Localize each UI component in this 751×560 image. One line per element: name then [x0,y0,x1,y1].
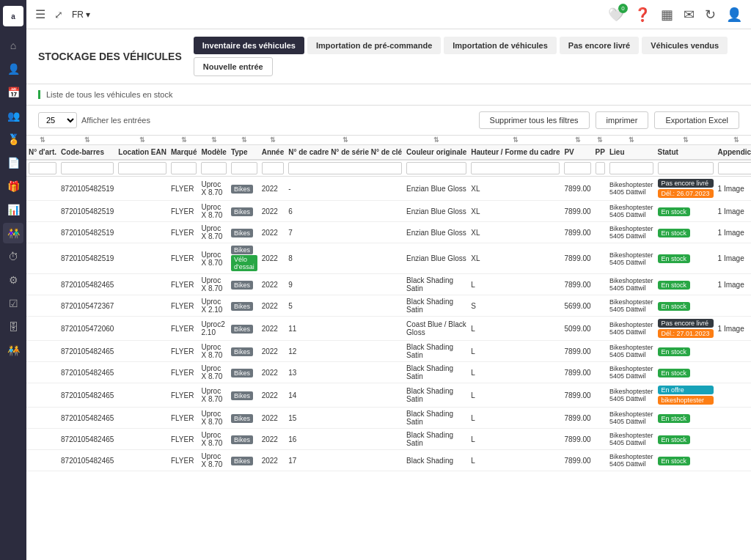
sort-marque[interactable]: ⇅ [169,136,199,145]
sidebar-item-database[interactable]: 🗄 [3,317,23,337]
col-lieu: Lieu [607,145,656,161]
sidebar-item-clock[interactable]: ⏱ [3,246,23,267]
filter-location[interactable] [118,162,166,174]
cell-appendice [716,408,751,429]
sidebar-item-users[interactable]: 👤 [3,59,23,79]
table-controls: 25 50 100 Afficher les entrées Supprimer… [26,106,751,136]
filter-art[interactable] [29,162,56,174]
refresh-icon[interactable]: ↻ [705,7,716,23]
filter-type[interactable] [231,162,257,174]
sidebar-item-groups[interactable]: 👫 [3,223,23,243]
cell-pp [593,362,607,383]
filter-marque[interactable] [171,162,197,174]
tab-inventaire[interactable]: Inventaire des véhicules [194,37,304,54]
print-button[interactable]: imprimer [596,111,649,129]
cell-pv: 5699.00 [562,295,593,317]
filter-appendice[interactable] [718,162,751,174]
sort-annee[interactable]: ⇅ [260,136,287,145]
cell-statut: En stock [656,450,716,471]
sort-modele[interactable]: ⇅ [199,136,228,145]
cell-pv: 7899.00 [562,201,593,222]
cell-couleur: Black Shading Satin [404,295,469,317]
sidebar-item-stats[interactable]: 📊 [3,199,23,220]
tab-pas-encore[interactable]: Pas encore livré [560,37,639,54]
cell-couleur: Enzian Blue Gloss [404,243,469,274]
col-art: N° d'art. [26,145,59,161]
filter-modele[interactable] [201,162,226,174]
cell-pp [593,383,607,408]
tab-vendus[interactable]: Véhicules vendus [642,37,728,54]
delete-filters-button[interactable]: Supprimer tous les filtres [479,111,590,129]
filter-barcode[interactable] [61,162,114,174]
status-date: Dél.: 27.01.2023 [658,329,714,338]
cell-pp [593,295,607,317]
cell-type: Bikes [229,383,260,408]
filter-annee[interactable] [262,162,285,174]
cell-modele: Uproc X 8.70 [199,177,228,201]
sidebar-item-awards[interactable]: 🏅 [3,129,23,150]
help-icon[interactable]: ❓ [634,7,651,23]
table-row: 8720105482465 FLYER Uproc X 8.70 Bikes 2… [26,383,751,408]
sort-serie[interactable]: ⇅ [286,136,404,145]
sort-statut[interactable]: ⇅ [656,136,716,145]
expand-icon[interactable]: ⤢ [54,9,63,21]
entries-select[interactable]: 25 50 100 [38,112,77,128]
tab-pre-commande[interactable]: Importation de pré-commande [307,37,441,54]
cell-lieu: Bikeshoptester 5405 Dättwil [607,243,656,274]
export-button[interactable]: Exportation Excel [654,111,739,129]
app-logo[interactable]: a [3,6,23,26]
sort-appendice[interactable]: ⇅ [716,136,751,145]
user-icon[interactable]: 👤 [726,7,742,23]
sort-type[interactable]: ⇅ [229,136,260,145]
cell-art [26,295,59,317]
sidebar-item-reports[interactable]: 📄 [3,152,23,173]
sidebar-item-calendar[interactable]: 📅 [3,82,23,103]
cell-pp [593,341,607,362]
sidebar-item-tasks[interactable]: ☑ [3,293,23,314]
tab-nouvelle-entree[interactable]: Nouvelle entrée [194,57,273,76]
cell-pp [593,177,607,201]
grid-icon[interactable]: ▦ [661,7,673,23]
col-statut: Statut [656,145,716,161]
favorites-icon[interactable]: 🤍 0 [608,7,624,23]
mail-icon[interactable]: ✉ [684,7,695,23]
sidebar-item-settings[interactable]: ⚙ [3,270,23,290]
sort-couleur[interactable]: ⇅ [404,136,469,145]
sub-header: Liste de tous les véhicules en stock [26,84,751,106]
language-selector[interactable]: FR ▾ [72,10,90,20]
filter-serie[interactable] [288,162,402,174]
cell-appendice: 1 Image [716,177,751,201]
sort-cadre[interactable]: ⇅ [469,136,562,145]
sort-art[interactable]: ⇅ [26,136,59,145]
cell-appendice: 1 Image [716,274,751,295]
cell-cadre: L [469,408,562,429]
sort-barcode[interactable]: ⇅ [59,136,116,145]
sidebar-item-people[interactable]: 🧑‍🤝‍🧑 [3,340,23,361]
cell-pv: 7899.00 [562,362,593,383]
cell-modele: Uproc X 8.70 [199,383,228,408]
sidebar-item-team[interactable]: 👥 [3,106,23,126]
cell-couleur: Black Shading Satin [404,408,469,429]
sort-location[interactable]: ⇅ [116,136,169,145]
tab-importation[interactable]: Importation de véhicules [444,37,557,54]
filter-pv[interactable] [564,162,590,174]
col-couleur: Couleur originale [404,145,469,161]
filter-pp[interactable] [596,162,605,174]
filter-cadre[interactable] [471,162,560,174]
filter-couleur[interactable] [406,162,466,174]
type-badge: Bikes [231,435,253,444]
table-row: 8720105472367 FLYER Uproc X 2.10 Bikes 2… [26,295,751,317]
sidebar-item-home[interactable]: ⌂ [3,35,23,56]
cell-pv: 7899.00 [562,429,593,450]
cell-appendice: 1 Image [716,317,751,341]
sort-lieu[interactable]: ⇅ [607,136,656,145]
sort-pv[interactable]: ⇅ [562,136,593,145]
sort-pp[interactable]: ⇅ [593,136,607,145]
table-row: 8720105482465 FLYER Uproc X 8.70 Bikes 2… [26,362,751,383]
menu-icon[interactable]: ☰ [35,7,45,21]
filter-lieu[interactable] [609,162,653,174]
filter-statut[interactable] [658,162,714,174]
cell-type: Bikes [229,408,260,429]
lang-chevron-icon: ▾ [86,10,90,20]
sidebar-item-gifts[interactable]: 🎁 [3,176,23,196]
